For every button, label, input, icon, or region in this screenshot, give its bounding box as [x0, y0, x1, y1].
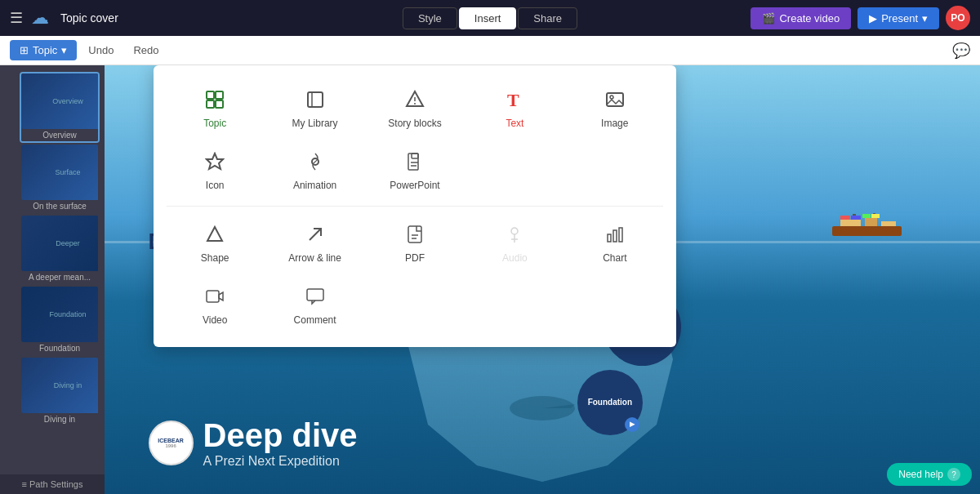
sidebar: Overview ⌂ Overview 1 Surface On the sur… [0, 65, 105, 494]
image-insert-icon [602, 87, 628, 113]
logo-text: ICEBEAR [158, 438, 184, 443]
chart-insert-icon [602, 221, 628, 247]
create-video-button[interactable]: 🎬 Create video [751, 7, 851, 29]
topic-dropdown-icon: ▾ [61, 44, 67, 56]
svg-marker-18 [207, 227, 222, 241]
shape-insert-label: Shape [201, 252, 229, 264]
undo-button[interactable]: Undo [80, 41, 122, 60]
pdf-insert-icon [402, 221, 428, 247]
insert-topic[interactable]: Topic [167, 78, 263, 137]
insert-text[interactable]: T Text [466, 78, 563, 137]
insert-chart[interactable]: Chart [567, 213, 663, 272]
slide-thumbnail-1[interactable]: Surface On the surface [20, 143, 100, 214]
insert-arrow[interactable]: Arrow & line [266, 213, 363, 272]
create-video-icon: 🎬 [762, 12, 775, 24]
need-help-button[interactable]: Need help ? [887, 463, 972, 486]
svg-rect-14 [408, 154, 418, 170]
text-insert-icon: T [501, 87, 528, 113]
comment-button[interactable]: 💬 [952, 42, 970, 60]
svg-point-11 [610, 96, 613, 99]
ppt-insert-icon [402, 149, 428, 175]
help-icon: ? [947, 468, 960, 481]
insert-animation[interactable]: Animation [266, 140, 363, 199]
ship [828, 211, 910, 240]
insert-story-blocks[interactable]: Story blocks [367, 78, 463, 137]
insert-pdf[interactable]: PDF [367, 213, 463, 272]
text-insert-label: Text [506, 118, 523, 129]
svg-rect-41 [865, 218, 877, 226]
insert-grid: Topic My Library Story blocks [167, 78, 663, 334]
share-tab[interactable]: Share [518, 7, 577, 29]
svg-rect-3 [216, 100, 223, 108]
svg-line-19 [310, 229, 321, 240]
present-button[interactable]: ▶ Present ▾ [858, 7, 939, 29]
svg-rect-10 [607, 93, 623, 106]
logo-year: 1996 [158, 443, 184, 448]
thumb-1: Surface [21, 145, 100, 200]
slide-wrapper-1: 1 Surface On the surface [5, 143, 100, 214]
pdf-insert-label: PDF [405, 252, 425, 264]
main-layout: Overview ⌂ Overview 1 Surface On the sur… [0, 65, 980, 494]
svg-point-23 [511, 228, 518, 234]
svg-rect-46 [851, 216, 861, 220]
play-icon: ▶ [869, 12, 877, 24]
animation-insert-icon [302, 149, 328, 175]
svg-rect-27 [613, 230, 617, 242]
home-icon: ⌂ [98, 77, 100, 90]
slide-thumbnail-3[interactable]: Foundation Foundation [20, 285, 100, 356]
foundation-play-icon: ▶ [625, 417, 639, 432]
svg-rect-28 [619, 228, 622, 242]
svg-marker-12 [207, 154, 223, 169]
path-settings-icon: ≡ [22, 479, 27, 489]
user-avatar[interactable]: PO [946, 6, 970, 30]
hamburger-menu[interactable]: ☰ [10, 9, 23, 27]
slide-label-3: Foundation [21, 342, 98, 354]
slide-thumbnail-2[interactable]: Deeper A deeper mean... [20, 214, 100, 285]
insert-comment[interactable]: Comment [266, 275, 363, 334]
arrow-insert-icon [302, 221, 328, 247]
svg-rect-40 [840, 220, 861, 226]
slide-thumbnail-4[interactable]: Diving in Diving in [20, 356, 100, 427]
insert-my-library[interactable]: My Library [266, 78, 363, 137]
shape-insert-icon [202, 221, 228, 247]
library-insert-label: My Library [292, 118, 338, 129]
insert-icon[interactable]: Icon [167, 140, 263, 199]
insert-tab[interactable]: Insert [459, 7, 517, 29]
svg-rect-0 [207, 91, 214, 99]
video-insert-label: Video [203, 314, 227, 326]
thumb-3: Foundation [21, 287, 100, 342]
slide-wrapper-4: 4 Diving in Diving in [5, 356, 100, 427]
insert-audio[interactable]: Audio [466, 213, 563, 272]
slide-thumbnail-overview[interactable]: Overview ⌂ Overview [20, 72, 100, 143]
icebear-logo: ICEBEAR 1996 [149, 421, 194, 465]
slide-wrapper-overview: Overview ⌂ Overview [5, 72, 100, 143]
topic-insert-label: Topic [203, 118, 226, 129]
style-tab[interactable]: Style [403, 7, 457, 29]
svg-rect-42 [881, 221, 896, 226]
topbar-nav: Style Insert Share [403, 7, 577, 29]
svg-rect-15 [412, 154, 418, 158]
insert-video[interactable]: Video [167, 275, 263, 334]
path-settings-button[interactable]: ≡ Path Settings [0, 474, 105, 494]
svg-rect-31 [307, 289, 323, 300]
canvas-title-sub: A Prezi Next Expedition [203, 454, 358, 469]
svg-rect-1 [216, 91, 223, 99]
logo-area: ICEBEAR 1996 Deep dive A Prezi Next Expe… [149, 417, 358, 469]
slide-label-2: A deeper mean... [21, 271, 98, 283]
image-insert-label: Image [601, 118, 628, 129]
insert-image[interactable]: Image [567, 78, 663, 137]
redo-button[interactable]: Redo [125, 41, 167, 60]
title-area: Deep dive A Prezi Next Expedition [203, 417, 358, 469]
animation-insert-label: Animation [293, 180, 336, 191]
thumb-2: Deeper [21, 216, 100, 271]
insert-shape[interactable]: Shape [167, 213, 263, 272]
circle-foundation[interactable]: Foundation ▶ [577, 370, 643, 435]
svg-rect-29 [207, 291, 219, 302]
video-insert-icon [202, 283, 228, 309]
svg-rect-4 [308, 92, 323, 107]
slide-label-1: On the surface [21, 200, 98, 212]
insert-powerpoint[interactable]: PowerPoint [367, 140, 463, 199]
slide-label-overview: Overview [21, 129, 98, 141]
audio-insert-icon [501, 221, 528, 247]
topic-button[interactable]: ⊞ Topic ▾ [10, 40, 77, 60]
